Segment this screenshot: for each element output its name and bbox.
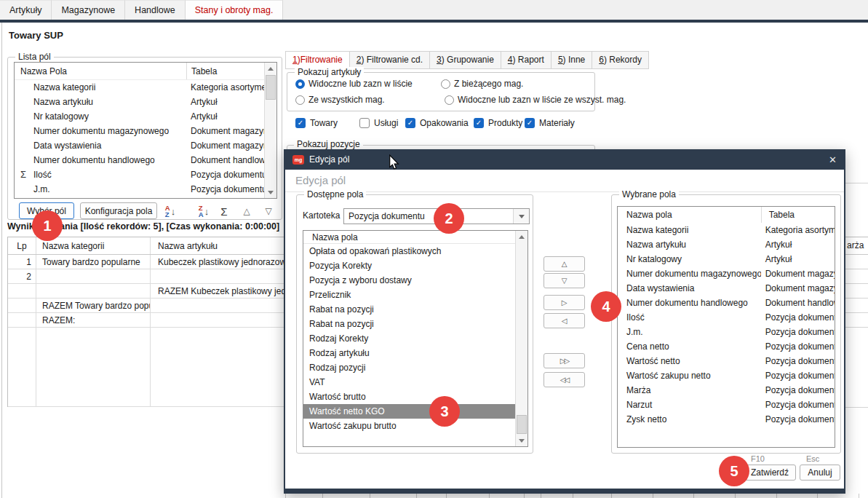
column-header-lp[interactable]: Lp [8, 241, 36, 251]
list-item[interactable]: VAT [303, 375, 516, 390]
table-row[interactable]: Nazwa kategoriiKategoria asortymentowa [618, 223, 835, 237]
list-item-selected[interactable]: Wartość netto KGO [303, 404, 516, 419]
remove-all-fields-button[interactable] [544, 372, 585, 387]
scrollbar[interactable] [264, 63, 276, 198]
scroll-down-icon[interactable] [516, 435, 527, 446]
scroll-thumb[interactable] [266, 75, 276, 100]
dialog-titlebar[interactable]: mg Edycja pól ✕ [285, 149, 844, 170]
konfiguracja-pola-button[interactable]: Konfiguracja pola [80, 202, 157, 219]
list-item[interactable]: Rabat na pozycji [303, 302, 516, 317]
move-up-button[interactable] [237, 202, 256, 220]
radio-z-biezacego-mag[interactable]: Z bieżącego mag. [441, 79, 523, 89]
list-item[interactable]: Numer dokumentu magazynowego Dokument ma… [15, 124, 276, 138]
scrollbar[interactable] [515, 231, 527, 446]
scroll-thumb[interactable] [517, 415, 527, 434]
list-item[interactable]: Rodzaj pozycji [303, 360, 516, 375]
list-item[interactable]: Nazwa artykułu Artykuł [15, 95, 276, 109]
column-header-tabela[interactable]: Tabela [761, 207, 835, 223]
zatwierdz-button[interactable]: Zatwierdź [744, 465, 796, 481]
table-row[interactable]: Wartość nettoPozycja dokumentu [618, 354, 835, 368]
checkbox-produkty[interactable]: Produkty [474, 118, 522, 128]
checkbox-towary[interactable]: Towary [295, 118, 338, 128]
checkbox-materialy[interactable]: Materiały [525, 118, 575, 128]
sum-button[interactable] [215, 202, 233, 220]
tab-rekordy[interactable]: 6) Rekordy [592, 51, 649, 69]
column-header-nazwa-pola[interactable]: Nazwa pola [618, 210, 761, 220]
table-row[interactable]: Numer dokumentu magazynowegoDokument mag… [618, 266, 835, 281]
close-icon[interactable]: ✕ [818, 154, 837, 165]
table-row[interactable]: NarzutPozycja dokumentu [618, 398, 835, 412]
table-row[interactable]: Nr katalogowyArtykuł [618, 252, 835, 266]
radio-widoczne-ze-wszyst[interactable]: Widoczne lub zazn w liście ze wszyst. ma… [445, 95, 626, 105]
table-row[interactable]: J.m.Pozycja dokumentu [618, 325, 835, 339]
background-line [845, 327, 868, 328]
list-item[interactable]: Rodzaj Korekty [303, 331, 516, 346]
checkbox-opakowania[interactable]: Opakowania [405, 118, 469, 128]
column-header-tabela[interactable]: Tabela [186, 63, 266, 79]
menu-tab-handlowe[interactable]: Handlowe [125, 0, 186, 20]
scroll-up-icon[interactable] [265, 63, 276, 74]
column-header-nazwa-pola[interactable]: Nazwa Pola [15, 66, 186, 76]
field-table: Artykuł [186, 97, 266, 107]
field-name: Nazwa kategorii [618, 225, 761, 235]
table-row[interactable]: MarżaPozycja dokumentu [618, 383, 835, 398]
menu-tab-magazynowe[interactable]: Magazynowe [52, 0, 125, 20]
list-item[interactable]: Wartość brutto [303, 390, 516, 404]
background-line [845, 269, 868, 269]
tab-inne[interactable]: 5) Inne [552, 51, 592, 69]
list-item[interactable]: Ilość Pozycja dokumentu [15, 167, 276, 182]
scroll-down-icon[interactable] [265, 186, 276, 198]
table-row[interactable]: Numer dokumentu handlowegoDokument handl… [618, 296, 835, 310]
list-item[interactable]: Nr katalogowy Artykuł [15, 109, 276, 124]
menu-tab-stany-i-obroty[interactable]: Stany i obroty mag. [186, 0, 284, 20]
field-name: J.m. [15, 184, 186, 194]
checkbox-label: Materiały [539, 118, 575, 128]
lista-pol-list[interactable]: Nazwa Pola Tabela Nazwa kategorii Katego… [14, 62, 277, 199]
field-table: Pozycja dokumentu [186, 184, 266, 194]
add-all-fields-button[interactable] [544, 353, 585, 368]
add-field-button[interactable] [544, 295, 585, 310]
remove-field-button[interactable] [544, 313, 585, 328]
list-item[interactable]: Pozycja z wyboru dostawy [303, 273, 516, 288]
field-name: Wartość zakupu netto [618, 371, 761, 381]
list-item[interactable]: Numer dokumentu handlowego Dokument hand… [15, 153, 276, 167]
radio-ze-wszystkich-mag[interactable]: Ze wszystkich mag. [295, 95, 385, 105]
list-item[interactable]: Rodzaj artykułu [303, 346, 516, 360]
menu-tab-artykuly[interactable]: Artykuły [0, 0, 52, 20]
table-row[interactable]: Data wystawieniaDokument magazynowy [618, 281, 835, 296]
pokazuj-pozycje-group: Pokazuj pozycje [287, 137, 595, 149]
table-row[interactable]: Nazwa artykułuArtykuł [618, 237, 835, 252]
move-down-button[interactable] [259, 202, 278, 220]
table-row[interactable]: IlośćPozycja dokumentu [618, 310, 835, 325]
pokazuj-artykuly-group: Pokazuj artykuły Widoczne lub zazn w liś… [287, 72, 595, 111]
list-item[interactable]: Przelicznik [303, 288, 516, 302]
anuluj-button[interactable]: Anuluj [800, 465, 840, 481]
list-item[interactable]: Data wystawienia Dokument magazynowy [15, 138, 276, 153]
list-item[interactable]: Opłata od opakowań plastikowych [303, 244, 516, 258]
scroll-up-icon[interactable] [516, 231, 527, 242]
list-item[interactable]: J.m. Pozycja dokumentu [15, 182, 276, 197]
background-line [845, 254, 868, 255]
list-item[interactable]: Rabat na pozycji [303, 317, 516, 331]
sort-az-icon[interactable] [160, 202, 180, 220]
list-item[interactable]: Pozycja Korekty [303, 258, 516, 273]
dostepne-pola-list[interactable]: Nazwa pola Opłata od opakowań plastikowy… [303, 230, 528, 447]
list-item[interactable]: Nazwa kategorii Kategoria asortymentowa [15, 80, 276, 95]
list-item[interactable]: Wartość zakupu brutto [303, 419, 516, 433]
tab-raport[interactable]: 4) Raport [501, 51, 552, 69]
chevron-down-icon[interactable] [513, 209, 529, 224]
background-tick [859, 494, 859, 498]
move-down-button[interactable] [544, 273, 585, 288]
table-row[interactable]: Zysk nettoPozycja dokumentu [618, 412, 835, 427]
background-tick [653, 494, 653, 498]
wybrane-pola-table[interactable]: Nazwa pola Tabela Nazwa kategoriiKategor… [617, 206, 835, 448]
table-row[interactable]: Wartość zakupu nettoPozycja dokumentu [618, 368, 835, 383]
cell-kategoria [36, 284, 150, 298]
table-row[interactable]: Cena nettoPozycja dokumentu [618, 339, 835, 354]
checkbox-uslugi[interactable]: Usługi [359, 118, 398, 128]
radio-widoczne-lub-zazn[interactable]: Widoczne lub zazn w liście [295, 79, 413, 89]
sort-za-icon[interactable] [194, 202, 214, 220]
tab-grupowanie[interactable]: 3) Grupowanie [430, 51, 501, 69]
list-item[interactable]: Cena netto Pozycja dokumentu [15, 197, 276, 199]
move-up-button[interactable] [544, 256, 585, 272]
